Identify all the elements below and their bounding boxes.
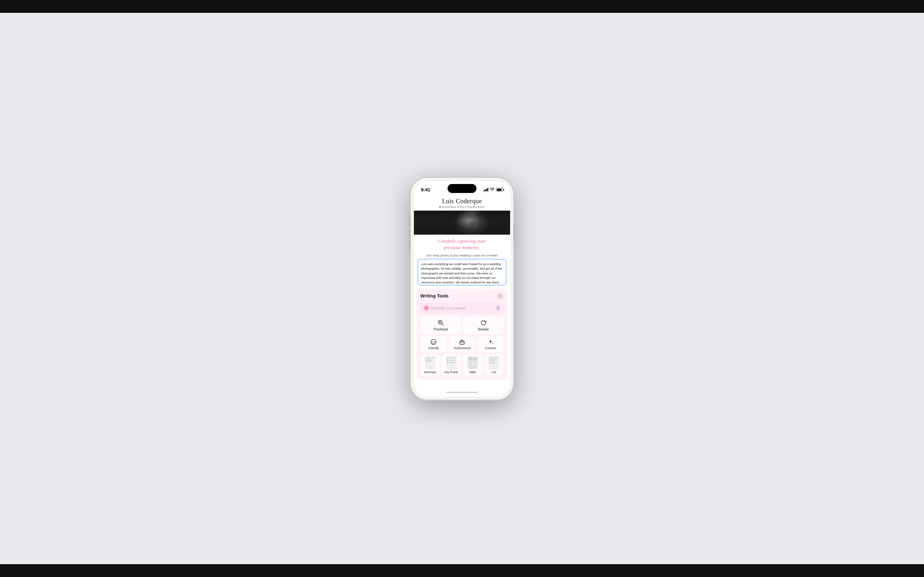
writing-tools-header: Writing Tools × — [420, 292, 504, 300]
wifi-icon — [490, 188, 494, 191]
key-points-card-preview: ↓ — [446, 356, 457, 370]
key-points-button[interactable]: ↓ Key Points — [441, 354, 461, 376]
list-label: List — [491, 371, 496, 374]
review-textarea[interactable] — [418, 259, 506, 285]
status-bar: 9:41 — [414, 181, 510, 195]
writing-tools-panel: Writing Tools × Describe your change — [417, 288, 507, 380]
friendly-button[interactable]: Friendly — [420, 336, 447, 352]
dynamic-island — [447, 184, 477, 193]
proofread-button[interactable]: Proofread — [420, 316, 461, 334]
proofread-label: Proofread — [434, 327, 448, 331]
table-button[interactable]: ↓ Table — [463, 354, 483, 376]
concise-label: Concise — [485, 346, 496, 350]
summary-card-preview: ↓ — [425, 356, 436, 370]
site-name: Luis Coderque — [419, 197, 505, 205]
svg-point-15 — [434, 342, 435, 342]
writing-tools-close-button[interactable]: × — [497, 292, 504, 300]
top-black-bar — [0, 0, 924, 13]
site-subtitle: Wedding Photography — [419, 205, 505, 209]
signal-icon — [483, 188, 488, 191]
key-points-label: Key Points — [444, 371, 458, 374]
tone-row: Friendly Professional — [420, 336, 504, 352]
ai-sparkle-icon — [423, 305, 429, 311]
hero-svg — [414, 211, 510, 235]
list-card-preview: ↓ — [488, 356, 499, 370]
svg-point-3 — [469, 221, 477, 229]
battery-icon — [496, 188, 503, 191]
tagline: Carefully capturing your precious moment… — [414, 235, 510, 253]
svg-point-1 — [449, 211, 485, 235]
format-cards-row: ↓ Summary ↓ Key Poin — [420, 354, 504, 376]
mic-icon[interactable] — [495, 306, 501, 311]
svg-point-2 — [457, 211, 483, 223]
describe-input-container[interactable]: Describe your change — [420, 303, 504, 314]
svg-rect-6 — [497, 306, 499, 308]
friendly-label: Friendly — [428, 346, 439, 350]
svg-point-14 — [433, 342, 433, 342]
svg-point-4 — [473, 221, 478, 226]
home-indicator — [414, 388, 510, 396]
list-button[interactable]: ↓ List — [484, 354, 504, 376]
svg-rect-0 — [414, 211, 510, 235]
rewrite-button[interactable]: Rewrite — [463, 316, 504, 334]
hero-image — [414, 211, 510, 235]
bottom-black-bar — [0, 564, 924, 577]
summary-button[interactable]: ↓ Summary — [420, 354, 440, 376]
concise-button[interactable]: Concise — [477, 336, 504, 352]
describe-placeholder-text: Describe your change — [431, 306, 493, 310]
svg-line-9 — [441, 324, 443, 326]
rewrite-label: Rewrite — [478, 327, 489, 331]
review-prompt: Did I snap photos at your wedding? Leave… — [414, 253, 510, 259]
status-time: 9:41 — [421, 187, 430, 192]
phone-shell: 9:41 — [411, 177, 513, 400]
table-card-preview: ↓ — [467, 356, 478, 370]
professional-label: Professional — [454, 346, 470, 350]
tagline-text: Carefully capturing your precious moment… — [420, 238, 504, 251]
proofread-icon — [437, 319, 444, 326]
summary-label: Summary — [424, 371, 436, 374]
table-label: Table — [469, 371, 476, 374]
status-icons — [483, 188, 503, 191]
professional-button[interactable]: Professional — [449, 336, 475, 352]
svg-point-13 — [431, 340, 436, 345]
review-textarea-container[interactable] — [418, 259, 506, 287]
home-bar — [446, 392, 478, 393]
page-content: Luis Coderque Wedding Photography — [414, 195, 510, 388]
screen: 9:41 — [414, 181, 510, 396]
close-icon: × — [499, 294, 501, 298]
rewrite-icon — [480, 319, 487, 326]
main-tools-row: Proofread Rewrite — [420, 316, 504, 334]
writing-tools-title: Writing Tools — [420, 293, 449, 298]
concise-icon — [487, 339, 494, 345]
site-header: Luis Coderque Wedding Photography — [414, 195, 510, 211]
svg-rect-16 — [460, 341, 464, 344]
friendly-icon — [430, 339, 437, 345]
professional-icon — [459, 339, 465, 345]
